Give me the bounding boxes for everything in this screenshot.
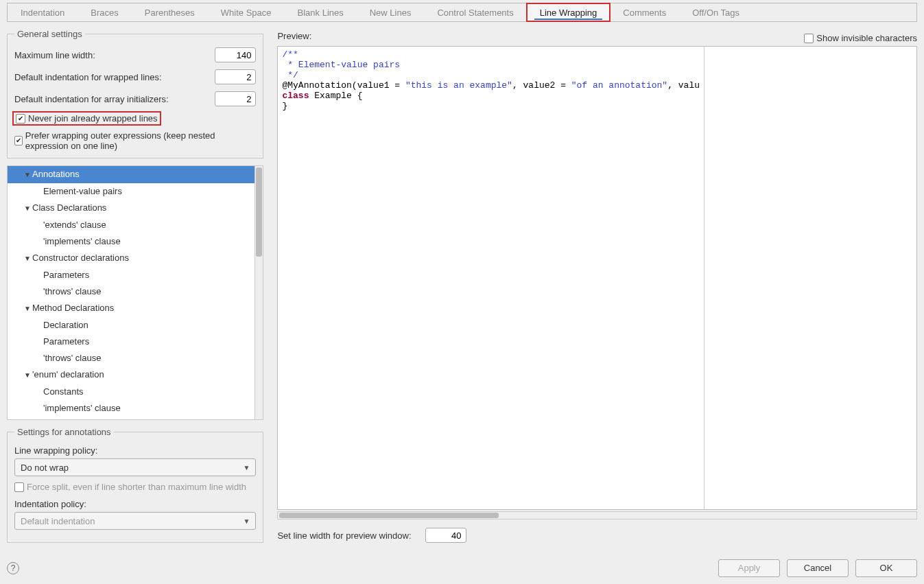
chevron-down-icon: ▼ [244,517,250,525]
max-line-width-label: Maximum line width: [14,50,215,60]
tree-item[interactable]: ▼Method Declarations [8,300,254,317]
tree-item-label: 'implements' clause [43,236,121,246]
tab-off-on-tags[interactable]: Off/On Tags [679,3,753,21]
tree-item-label: Parameters [43,336,89,347]
ok-button[interactable]: OK [855,559,917,577]
tree-item-label: Annotations [32,169,80,179]
tree-item[interactable]: ▼Annotations [8,166,254,183]
help-icon[interactable]: ? [7,562,19,574]
preview-h-scrollbar[interactable] [277,511,917,519]
preview-box: /** * Element-value pairs */@MyAnnotatio… [277,46,917,510]
indent-policy-value: Default indentation [21,516,95,526]
tabs-bar: IndentationBracesParenthesesWhite SpaceB… [7,3,917,22]
tab-new-lines[interactable]: New Lines [357,3,425,21]
wrap-policy-value: Do not wrap [21,463,69,473]
tab-braces[interactable]: Braces [78,3,131,21]
chevron-down-icon[interactable]: ▼ [24,369,32,382]
preview-label: Preview: [277,31,311,41]
tree-item-label: Constants [43,386,84,397]
settings-for-annotations-legend: Settings for annotations [14,427,114,437]
tab-white-space[interactable]: White Space [208,3,285,21]
tree-item[interactable]: Parameters [8,334,254,350]
never-join-label: Never join already wrapped lines [28,113,158,124]
tree-item[interactable]: 'implements' clause [8,400,254,417]
tree-item-label: 'throws' clause [43,286,101,296]
cancel-button[interactable]: Cancel [787,559,849,577]
chevron-down-icon[interactable]: ▼ [24,202,32,215]
preview-h-scrollbar-thumb[interactable] [279,513,499,518]
wrap-policy-select[interactable]: Do not wrap ▼ [14,458,256,476]
tree-item-label: Class Declarations [32,202,106,213]
tree-container: ▼AnnotationsElement-value pairs▼Class De… [7,165,263,420]
general-settings-legend: General settings [14,29,85,39]
never-join-checkbox[interactable] [16,114,25,124]
default-indent-array-label: Default indentation for array initialize… [14,94,215,104]
tree-item-label: Parameters [43,270,89,280]
category-tree[interactable]: ▼AnnotationsElement-value pairs▼Class De… [8,166,254,419]
tree-item-label: Method Declarations [32,303,114,313]
chevron-down-icon[interactable]: ▼ [24,168,32,182]
force-split-label: Force split, even if line shorter than m… [27,482,246,492]
tab-control-statements[interactable]: Control Statements [424,3,526,21]
tree-item[interactable]: Declaration [8,317,254,334]
tree-item[interactable]: 'throws' clause [8,283,254,300]
tab-line-wrapping[interactable]: Line Wrapping [527,3,611,21]
default-indent-array-input[interactable] [215,91,256,106]
force-split-checkbox[interactable] [14,482,24,492]
tree-item-label: 'implements' clause [43,403,121,413]
tree-item-label: 'extends' clause [43,220,106,230]
tree-item[interactable]: Parameters [8,267,254,283]
tree-item[interactable]: 'implements' clause [8,233,254,250]
tree-item[interactable]: ▼Class Declarations [8,200,254,217]
tree-item[interactable]: 'throws' clause [8,350,254,366]
code-preview: /** * Element-value pairs */@MyAnnotatio… [278,47,704,509]
default-indent-wrapped-label: Default indentation for wrapped lines: [14,72,215,82]
tab-comments[interactable]: Comments [610,3,679,21]
tree-item-label: Element-value pairs [43,186,122,196]
prefer-wrap-label: Prefer wrapping outer expressions (keep … [25,130,257,151]
tree-item[interactable]: Constant arguments [8,417,254,419]
show-invisible-label: Show invisible characters [816,33,917,43]
chevron-down-icon[interactable]: ▼ [24,302,32,316]
default-indent-wrapped-input[interactable] [215,69,256,84]
chevron-down-icon: ▼ [244,464,250,471]
tree-item[interactable]: 'extends' clause [8,217,254,233]
tab-blank-lines[interactable]: Blank Lines [285,3,357,21]
general-settings-group: General settings Maximum line width: Def… [7,29,263,159]
show-invisible-checkbox[interactable] [804,34,814,43]
tree-scrollbar-thumb[interactable] [256,167,262,257]
tree-item-label: Declaration [43,320,88,330]
apply-button[interactable]: Apply [718,559,780,577]
tab-indentation[interactable]: Indentation [8,3,78,21]
max-line-width-input[interactable] [215,47,256,62]
tree-scrollbar[interactable] [254,166,263,419]
wrap-policy-label: Line wrapping policy: [14,445,256,456]
set-line-width-label: Set line width for preview window: [277,530,411,541]
tree-item[interactable]: Element-value pairs [8,183,254,200]
tree-item-label: 'enum' declaration [32,369,104,379]
settings-for-annotations-group: Settings for annotations Line wrapping p… [7,427,263,543]
tree-item[interactable]: ▼Constructor declarations [8,250,254,267]
set-line-width-input[interactable] [425,528,466,543]
tab-parentheses[interactable]: Parentheses [132,3,208,21]
tree-item[interactable]: ▼'enum' declaration [8,366,254,384]
prefer-wrap-checkbox[interactable] [14,136,23,145]
tree-item-label: Constructor declarations [32,253,129,263]
indent-policy-label: Indentation policy: [14,499,256,509]
indent-policy-select[interactable]: Default indentation ▼ [14,512,256,530]
chevron-down-icon[interactable]: ▼ [24,252,32,266]
tree-item[interactable]: Constants [8,384,254,400]
tree-item-label: 'throws' clause [43,353,101,363]
preview-gutter [704,47,916,509]
